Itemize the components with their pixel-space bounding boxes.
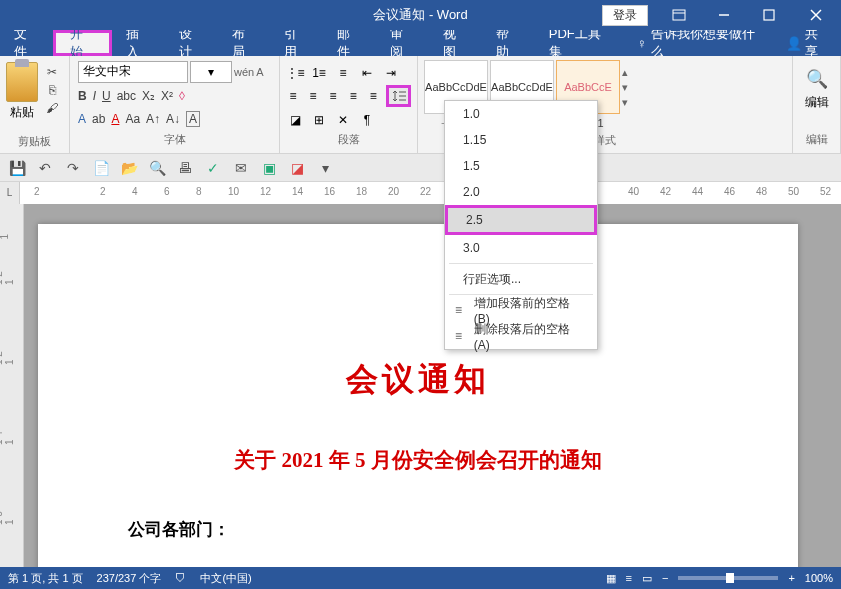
page-indicator[interactable]: 第 1 页, 共 1 页 [8, 571, 83, 586]
line-spacing-option[interactable]: 1.15 [445, 127, 597, 153]
paragraph-group-label: 段落 [286, 130, 411, 149]
cut-icon[interactable]: ✂ [44, 64, 60, 80]
tab-design[interactable]: 设计 [165, 30, 218, 56]
doc-title[interactable]: 会议通知 [128, 358, 708, 402]
maximize-icon[interactable] [746, 0, 791, 30]
superscript-button[interactable]: X² [161, 89, 173, 103]
font-color-icon[interactable]: A [111, 112, 119, 126]
open-icon[interactable]: 📂 [120, 159, 138, 177]
shading-icon[interactable]: ◪ [286, 112, 304, 128]
doc-paragraph[interactable]: 公司各部门： [128, 518, 708, 541]
decrease-indent-icon[interactable]: ⇤ [358, 65, 376, 81]
line-spacing-option[interactable]: 3.0 [445, 235, 597, 261]
zoom-level[interactable]: 100% [805, 572, 833, 584]
format-painter-icon[interactable]: 🖌 [44, 100, 60, 116]
language-indicator[interactable]: 中文(中国) [200, 571, 251, 586]
bold-button[interactable]: B [78, 89, 87, 103]
tell-me-search[interactable]: ♀告诉我你想要做什么 [625, 30, 774, 56]
styles-down-icon[interactable]: ▾ [622, 81, 638, 94]
qa-dropdown-icon[interactable]: ▾ [316, 159, 334, 177]
tab-pdftools[interactable]: PDF工具集 [535, 30, 625, 56]
line-spacing-button[interactable] [386, 85, 411, 107]
underline-button[interactable]: U [102, 89, 111, 103]
minimize-icon[interactable] [701, 0, 746, 30]
line-spacing-options[interactable]: 行距选项... [445, 266, 597, 292]
font-name-combo[interactable]: 华文中宋 [78, 61, 188, 83]
tab-view[interactable]: 视图 [429, 30, 482, 56]
increase-indent-icon[interactable]: ⇥ [382, 65, 400, 81]
web-layout-icon[interactable]: ▭ [642, 572, 652, 585]
save-icon[interactable]: 💾 [8, 159, 26, 177]
zoom-in-icon[interactable]: + [788, 572, 794, 584]
borders-icon[interactable]: ⊞ [310, 112, 328, 128]
sort-icon[interactable]: ✕ [334, 112, 352, 128]
line-spacing-option-selected[interactable]: 2.5 [445, 205, 597, 235]
styles-up-icon[interactable]: ▴ [622, 66, 638, 79]
zoom-out-icon[interactable]: − [662, 572, 668, 584]
statusbar: 第 1 页, 共 1 页 237/237 个字 ⛉ 中文(中国) ▦ ≡ ▭ −… [0, 567, 841, 589]
paste-button[interactable]: 粘贴 [6, 58, 38, 121]
add-space-before[interactable]: ≡增加段落前的空格(B) [445, 297, 597, 323]
copy-icon[interactable]: ⎘ [44, 82, 60, 98]
phonetic-guide-icon[interactable]: wén [234, 66, 254, 78]
char-shading-icon[interactable]: Aa [125, 112, 140, 126]
qa-icon[interactable]: ▣ [260, 159, 278, 177]
spelling-icon[interactable]: ✓ [204, 159, 222, 177]
share-button[interactable]: 👤共享 [774, 30, 841, 56]
line-spacing-option[interactable]: 2.0 [445, 179, 597, 205]
remove-space-after[interactable]: ≡删除段落后的空格(A) [445, 323, 597, 349]
show-marks-icon[interactable]: ¶ [358, 112, 376, 128]
doc-subtitle[interactable]: 关于 2021 年 5 月份安全例会召开的通知 [128, 446, 708, 474]
tab-home[interactable]: 开始 [53, 30, 112, 56]
font-size-combo[interactable]: ▾ [190, 61, 232, 83]
distribute-icon[interactable]: ≡ [366, 88, 380, 104]
char-border-icon[interactable]: A [256, 66, 263, 78]
tab-layout[interactable]: 布局 [218, 30, 271, 56]
word-count[interactable]: 237/237 个字 [97, 571, 162, 586]
print-preview-icon[interactable]: 🔍 [148, 159, 166, 177]
proofing-icon[interactable]: ⛉ [175, 572, 186, 584]
undo-icon[interactable]: ↶ [36, 159, 54, 177]
tab-review[interactable]: 审阅 [376, 30, 429, 56]
bullets-icon[interactable]: ⋮≡ [286, 65, 304, 81]
tab-mailings[interactable]: 邮件 [323, 30, 376, 56]
vertical-ruler[interactable]: 1 1 2 1 1 2 1 1 4 1 1 6 1 [0, 204, 24, 567]
document-canvas[interactable]: 会议通知 关于 2021 年 5 月份安全例会召开的通知 公司各部门： 为确保公… [24, 204, 841, 567]
highlight-icon[interactable]: ab [92, 112, 105, 126]
horizontal-ruler[interactable]: 2 2 4 6 8 10 12 14 16 18 20 22 40 42 44 … [20, 182, 841, 204]
zoom-slider[interactable] [678, 576, 778, 580]
numbering-icon[interactable]: 1≡ [310, 65, 328, 81]
tab-insert[interactable]: 插入 [112, 30, 165, 56]
clear-format-icon[interactable]: ◊ [179, 89, 185, 103]
subscript-button[interactable]: X₂ [142, 89, 155, 103]
align-right-icon[interactable]: ≡ [326, 88, 340, 104]
grow-font-icon[interactable]: A↑ [146, 112, 160, 126]
redo-icon[interactable]: ↷ [64, 159, 82, 177]
print-icon[interactable]: 🖶 [176, 159, 194, 177]
find-icon[interactable]: 🔍 [806, 68, 828, 90]
line-spacing-option[interactable]: 1.0 [445, 101, 597, 127]
new-icon[interactable]: 📄 [92, 159, 110, 177]
read-mode-icon[interactable]: ▦ [606, 572, 616, 585]
print-layout-icon[interactable]: ≡ [626, 572, 632, 584]
text-effects-icon[interactable]: A [78, 112, 86, 126]
align-left-icon[interactable]: ≡ [286, 88, 300, 104]
multilevel-icon[interactable]: ≡ [334, 65, 352, 81]
line-spacing-option[interactable]: 1.5 [445, 153, 597, 179]
qa-icon[interactable]: ◪ [288, 159, 306, 177]
tab-file[interactable]: 文件 [0, 30, 53, 56]
ribbon-display-icon[interactable] [656, 0, 701, 30]
page[interactable]: 会议通知 关于 2021 年 5 月份安全例会召开的通知 公司各部门： 为确保公… [38, 224, 798, 567]
email-icon[interactable]: ✉ [232, 159, 250, 177]
strikethrough-button[interactable]: abc [117, 89, 136, 103]
justify-icon[interactable]: ≡ [346, 88, 360, 104]
styles-expand-icon[interactable]: ▾ [622, 96, 638, 109]
italic-button[interactable]: I [93, 89, 96, 103]
close-icon[interactable] [791, 0, 841, 30]
login-button[interactable]: 登录 [602, 5, 648, 26]
tab-references[interactable]: 引用 [270, 30, 323, 56]
enclose-char-icon[interactable]: A [186, 111, 200, 127]
shrink-font-icon[interactable]: A↓ [166, 112, 180, 126]
align-center-icon[interactable]: ≡ [306, 88, 320, 104]
tab-help[interactable]: 帮助 [482, 30, 535, 56]
